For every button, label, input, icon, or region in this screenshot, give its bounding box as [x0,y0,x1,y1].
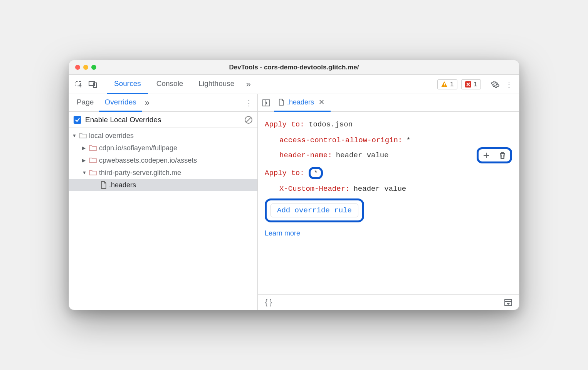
headers-editor: Apply to: todos.json access-control-allo… [258,112,519,294]
folder-icon [89,157,97,163]
traffic-lights [75,65,96,70]
svg-line-7 [246,118,251,122]
close-window-button[interactable] [75,65,80,70]
apply-to-target[interactable]: * [314,169,318,177]
pretty-print-icon[interactable]: { } [262,296,275,309]
folder-icon [89,145,97,151]
header-value[interactable]: header value [336,149,389,162]
svg-rect-3 [444,83,445,85]
tree-folder-label: cdpn.io/sofiayem/fullpage [99,144,177,152]
file-icon [101,181,107,189]
add-header-icon[interactable] [481,150,492,161]
tree-root[interactable]: ▼ local overrides [69,130,257,142]
clear-overrides-icon[interactable] [244,116,253,124]
add-override-rule-button[interactable]: Add override rule [270,204,358,217]
chevron-right-icon: ▶ [82,145,87,151]
wildcard-highlight: * [309,167,323,179]
device-toggle-icon[interactable] [87,78,99,91]
enable-overrides-label: Enable Local Overrides [85,116,161,124]
devtools-window: DevTools - cors-demo-devtools.glitch.me/… [69,60,519,310]
tree-folder-label: cpwebassets.codepen.io/assets [99,156,197,165]
more-tabs-icon[interactable]: » [243,79,254,89]
svg-rect-4 [444,86,445,86]
file-tab-label: .headers [287,98,314,106]
inspect-element-icon[interactable] [73,78,85,91]
add-rule-highlight: Add override rule [265,198,364,222]
tab-sources[interactable]: Sources [107,75,148,94]
tree-folder[interactable]: ▼ third-party-server.glitch.me [69,166,257,179]
learn-more-link[interactable]: Learn more [265,227,300,240]
left-panel: Page Overrides » ⋮ Enable Local Override… [69,94,258,310]
window-title: DevTools - cors-demo-devtools.glitch.me/ [69,64,519,71]
tab-console[interactable]: Console [150,75,190,94]
tree-folder[interactable]: ▶ cdpn.io/sofiayem/fullpage [69,142,257,154]
separator [103,79,103,89]
header-value[interactable]: * [406,134,410,147]
minimize-window-button[interactable] [83,65,88,70]
titlebar: DevTools - cors-demo-devtools.glitch.me/ [69,60,519,75]
header-name[interactable]: header-name [279,151,328,160]
toggle-navigator-icon[interactable] [260,99,272,106]
tree-file-label: .headers [109,181,136,189]
chevron-down-icon: ▼ [72,133,77,138]
tree-file-headers[interactable]: .headers [69,179,257,191]
more-left-tabs-icon[interactable]: » [142,98,153,108]
file-tab-headers[interactable]: .headers ✕ [274,94,331,112]
header-actions-highlight [477,147,512,163]
close-tab-icon[interactable]: ✕ [317,98,326,106]
settings-icon[interactable] [489,78,501,91]
enable-overrides-row: Enable Local Overrides [69,112,257,128]
errors-count: 1 [474,81,477,88]
warning-icon [441,81,448,88]
left-kebab-icon[interactable]: ⋮ [243,98,255,108]
tree-root-label: local overrides [89,132,134,140]
tab-lighthouse[interactable]: Lighthouse [192,75,241,94]
file-icon [279,99,284,106]
file-tree: ▼ local overrides ▶ cdpn.io/sofiayem/ful… [69,128,257,310]
chevron-down-icon: ▼ [82,170,87,175]
chevron-right-icon: ▶ [82,158,87,163]
main-toolbar: Sources Console Lighthouse » 1 1 ⋮ [69,75,519,94]
error-icon [465,81,472,88]
tree-folder[interactable]: ▶ cpwebassets.codepen.io/assets [69,154,257,166]
enable-overrides-checkbox[interactable] [74,116,81,124]
errors-badge[interactable]: 1 [461,79,481,89]
file-tabs: .headers ✕ [258,94,519,112]
tree-folder-label: third-party-server.glitch.me [99,169,181,177]
left-tabs: Page Overrides » ⋮ [69,94,257,112]
tab-page[interactable]: Page [71,94,99,112]
apply-to-label: Apply to [265,169,300,177]
warnings-count: 1 [450,81,454,88]
delete-header-icon[interactable] [497,150,508,161]
header-name[interactable]: access-control-allow-origin [279,136,398,145]
folder-icon [79,133,87,139]
maximize-window-button[interactable] [91,65,96,70]
apply-to-label: Apply to [265,120,300,129]
tab-overrides[interactable]: Overrides [99,94,141,112]
right-panel: .headers ✕ Apply to: todos.json access-c… [258,94,519,310]
folder-icon [89,170,97,176]
editor-footer: { } [258,294,519,310]
apply-to-target[interactable]: todos.json [309,120,353,129]
header-name[interactable]: X-Custom-Header [279,185,345,193]
separator [485,79,485,89]
header-value[interactable]: header value [353,182,406,196]
dock-icon[interactable] [502,296,514,309]
kebab-menu-icon[interactable]: ⋮ [503,80,515,89]
warnings-badge[interactable]: 1 [437,79,457,89]
